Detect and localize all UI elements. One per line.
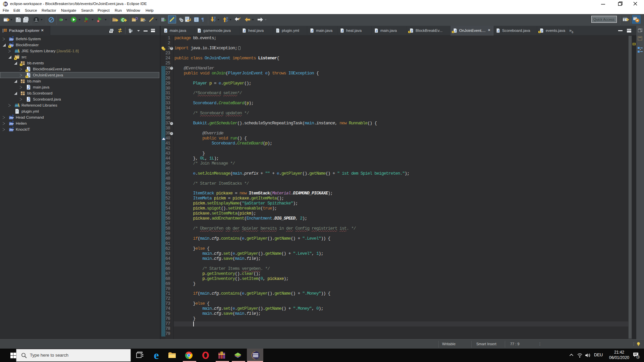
svg-text:J: J	[243, 29, 245, 33]
svg-text:J: J	[198, 29, 200, 33]
svg-text:J: J	[375, 29, 377, 33]
svg-text:J: J	[311, 29, 313, 33]
svg-text:J: J	[165, 29, 166, 33]
svg-text:J: J	[454, 29, 456, 33]
svg-text:J: J	[341, 29, 343, 33]
svg-text:J: J	[497, 29, 499, 33]
svg-text:J: J	[541, 29, 542, 33]
svg-text:3: 3	[637, 355, 639, 359]
svg-text:J: J	[411, 29, 412, 33]
